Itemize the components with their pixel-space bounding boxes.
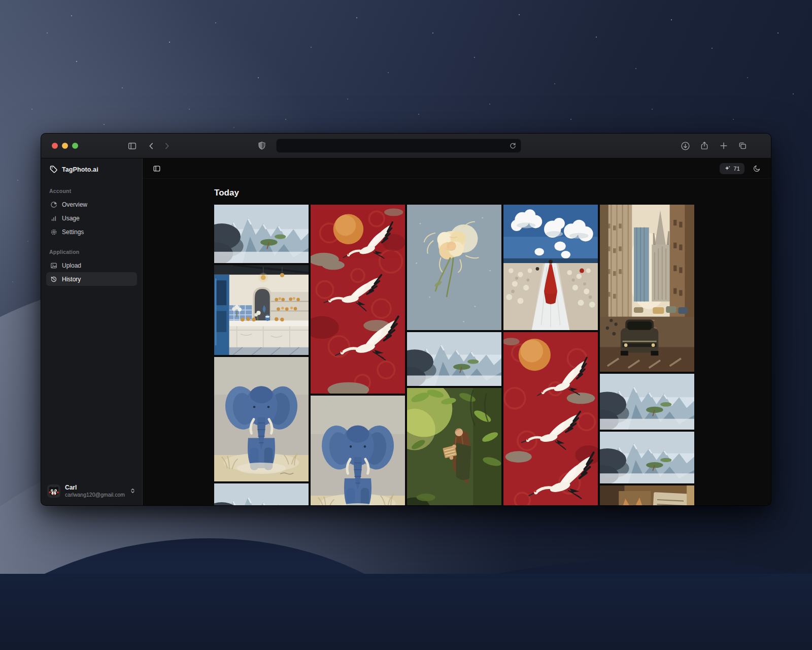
- sparkles-icon: [724, 165, 731, 172]
- city-street-art: [600, 205, 694, 372]
- app-sidebar-toggle-button[interactable]: [153, 165, 161, 173]
- browser-titlebar: [41, 134, 771, 158]
- red-cranes-art: [311, 205, 405, 394]
- photo-grid: [214, 205, 771, 505]
- reload-icon[interactable]: [509, 142, 517, 150]
- sidebar-item-label: Usage: [62, 215, 80, 222]
- history-icon: [50, 276, 57, 283]
- sidebar-item-overview[interactable]: Overview: [46, 198, 137, 211]
- forest-girl-art: [407, 388, 501, 505]
- brand[interactable]: TagPhoto.ai: [41, 158, 142, 176]
- browser-window: TagPhoto.ai Account Overview Usage: [41, 133, 771, 506]
- photo-column: [311, 205, 405, 505]
- tag-logo-icon: [49, 165, 58, 174]
- panel-left-icon: [153, 165, 161, 173]
- photo-column: [600, 205, 694, 505]
- photo-column: [503, 205, 598, 505]
- photo-column: [407, 205, 501, 505]
- avatar: [47, 484, 60, 498]
- blue-elephant-art: [214, 357, 309, 481]
- address-bar[interactable]: [276, 139, 521, 153]
- privacy-report-button[interactable]: [256, 140, 267, 151]
- photo-misty-mountains[interactable]: [214, 483, 309, 505]
- red-cranes-art: [503, 332, 598, 505]
- new-tab-button[interactable]: [718, 140, 729, 151]
- image-icon: [50, 262, 57, 269]
- sidebar-item-usage[interactable]: Usage: [46, 211, 137, 225]
- user-meta: Carl carlwang120@gmail.com: [65, 484, 125, 498]
- photo-cloud-runway-show[interactable]: [503, 205, 598, 330]
- photo-cream-peony-illustration[interactable]: [407, 205, 501, 330]
- sidebar-spacer: [41, 286, 142, 479]
- photo-red-cranes-artwork[interactable]: [311, 205, 405, 394]
- photo-misty-mountains[interactable]: [600, 374, 694, 430]
- pie-chart-icon: [50, 201, 57, 208]
- photo-column: [214, 205, 309, 505]
- user-email: carlwang120@gmail.com: [65, 492, 125, 498]
- sidebar-item-label: Upload: [62, 262, 81, 269]
- sidebar-item-label: Settings: [62, 229, 84, 236]
- bakery-interior-art: [214, 265, 309, 355]
- app-sidebar: TagPhoto.ai Account Overview Usage: [41, 158, 143, 505]
- brand-name: TagPhoto.ai: [62, 166, 98, 173]
- zoom-window-button[interactable]: [72, 143, 78, 149]
- user-menu[interactable]: Carl carlwang120@gmail.com: [41, 479, 142, 505]
- nav-section-application: Application: [46, 249, 137, 255]
- cloud-runway-art: [503, 205, 598, 330]
- app-frame: TagPhoto.ai Account Overview Usage: [41, 158, 771, 505]
- main-panel: 71 Today: [143, 158, 771, 505]
- close-window-button[interactable]: [52, 143, 58, 149]
- bar-chart-icon: [50, 215, 57, 222]
- chevrons-up-down-icon: [129, 488, 136, 494]
- sidebar-item-settings[interactable]: Upload Settings: [46, 225, 137, 239]
- share-icon: [700, 141, 709, 150]
- tab-overview-button[interactable]: [737, 140, 748, 151]
- photo-blue-elephant-painting[interactable]: [214, 357, 309, 481]
- photo-bakery-interior[interactable]: [214, 265, 309, 355]
- chevron-right-icon: [162, 142, 171, 150]
- browser-sidebar-toggle-button[interactable]: [126, 140, 138, 151]
- photo-misty-mountains[interactable]: [600, 432, 694, 483]
- panel-left-icon: [127, 141, 137, 151]
- misty-mountains-art: [600, 374, 694, 430]
- peony-illustration-art: [407, 205, 501, 330]
- download-icon: [681, 141, 690, 151]
- sidebar-item-label: Overview: [62, 201, 87, 208]
- sidebar-item-label: History: [62, 276, 81, 283]
- sidebar-item-upload[interactable]: Upload: [46, 258, 137, 272]
- misty-mountains-art: [214, 483, 309, 505]
- credits-badge[interactable]: 71: [720, 163, 745, 174]
- photo-misty-mountains[interactable]: [214, 205, 309, 263]
- credits-count: 71: [733, 166, 740, 172]
- main-header: 71: [143, 158, 771, 179]
- misty-mountains-art: [407, 332, 501, 386]
- moon-icon: [753, 165, 761, 172]
- chevron-left-icon: [147, 142, 156, 150]
- tabs-icon: [738, 141, 747, 150]
- photo-misty-mountains[interactable]: [407, 332, 501, 386]
- minimize-window-button[interactable]: [62, 143, 68, 149]
- back-button[interactable]: [146, 140, 157, 151]
- theme-toggle-button[interactable]: [753, 165, 761, 172]
- stars: [0, 0, 1, 1]
- sidebar-nav: Account Overview Usage: [41, 176, 142, 286]
- photo-cat-collage-art[interactable]: [600, 485, 694, 505]
- misty-mountains-art: [600, 432, 694, 483]
- forward-button[interactable]: [161, 140, 172, 151]
- cat-collage-art: [600, 485, 694, 505]
- photo-red-cranes-artwork[interactable]: [503, 332, 598, 505]
- share-button[interactable]: [699, 140, 710, 151]
- dark-dune-base: [0, 574, 812, 650]
- sidebar-item-history[interactable]: History: [46, 272, 137, 286]
- nav-section-account: Account: [46, 188, 137, 194]
- date-group-heading: Today: [214, 188, 771, 198]
- history-content: Today: [143, 179, 771, 505]
- plus-icon: [719, 141, 728, 150]
- gear-icon: [50, 229, 57, 236]
- photo-city-street[interactable]: [600, 205, 694, 372]
- downloads-button[interactable]: [680, 140, 691, 151]
- photo-blue-elephant-painting[interactable]: [311, 396, 405, 505]
- user-name: Carl: [65, 484, 125, 492]
- photo-forest-girl[interactable]: [407, 388, 501, 505]
- shield-icon: [257, 141, 266, 150]
